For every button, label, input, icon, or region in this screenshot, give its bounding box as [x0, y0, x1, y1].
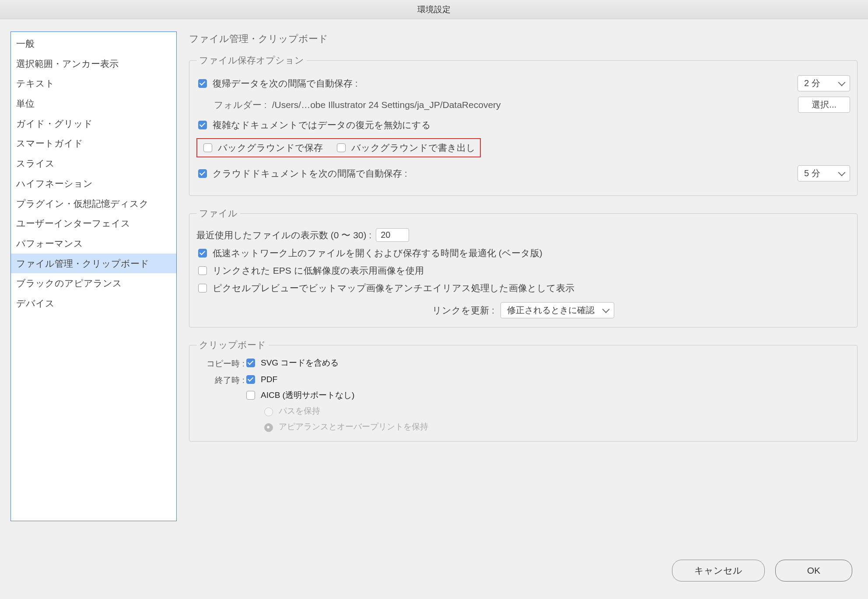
label-background-export: バックグラウンドで書き出し	[351, 142, 476, 154]
label-auto-save-recovery: 復帰データを次の間隔で自動保存 :	[213, 77, 358, 90]
label-preserve-appearance: アピアランスとオーバープリントを保持	[279, 421, 428, 432]
checkbox-aicb[interactable]	[246, 391, 255, 400]
sidebar-item-general[interactable]: 一般	[11, 34, 176, 54]
checkbox-background-save[interactable]	[203, 143, 212, 152]
choose-folder-button[interactable]: 選択...	[798, 97, 850, 113]
input-recent-files-count[interactable]	[376, 228, 409, 242]
checkbox-disable-recovery-complex[interactable]	[198, 121, 207, 129]
window-title: 環境設定	[417, 4, 451, 15]
sidebar-item-selection-anchor[interactable]: 選択範囲・アンカー表示	[11, 54, 176, 74]
label-cloud-auto-save: クラウドドキュメントを次の間隔で自動保存 :	[213, 167, 407, 180]
sidebar-item-units[interactable]: 単位	[11, 94, 176, 114]
sidebar-item-performance[interactable]: パフォーマンス	[11, 233, 176, 254]
radio-preserve-paths	[264, 407, 273, 416]
checkbox-include-svg[interactable]	[246, 359, 255, 367]
sidebar-item-hyphenation[interactable]: ハイフネーション	[11, 174, 176, 194]
sidebar-item-ui[interactable]: ユーザーインターフェイス	[11, 213, 176, 233]
sidebar-item-guides-grid[interactable]: ガイド・グリッド	[11, 114, 176, 134]
checkbox-pdf[interactable]	[246, 375, 255, 384]
select-auto-save-interval[interactable]: 2 分	[798, 75, 850, 91]
checkbox-optimize-slow-network[interactable]	[198, 249, 207, 258]
sidebar-item-file-clipboard[interactable]: ファイル管理・クリップボード	[11, 254, 176, 274]
label-on-quit: 終了時 :	[196, 374, 245, 386]
group-clipboard: クリップボード コピー時 : SVG コードを含める 終了時 : PDF	[189, 339, 858, 442]
folder-path-text: /Users/…obe Illustrator 24 Settings/ja_J…	[272, 100, 793, 110]
radio-preserve-appearance	[264, 423, 273, 432]
sidebar-item-slices[interactable]: スライス	[11, 153, 176, 174]
checkbox-background-export[interactable]	[337, 143, 346, 152]
label-pdf: PDF	[261, 375, 277, 384]
select-cloud-interval[interactable]: 5 分	[798, 165, 850, 181]
label-recent-files: 最近使用したファイルの表示数 (0 〜 30) :	[196, 229, 371, 241]
window-titlebar: 環境設定	[0, 0, 868, 19]
label-optimize-slow-network: 低速ネットワーク上のファイルを開くおよび保存する時間を最適化 (ベータ版)	[213, 247, 542, 259]
dialog-content: 一般 選択範囲・アンカー表示 テキスト 単位 ガイド・グリッド スマートガイド …	[0, 19, 868, 532]
sidebar-item-smart-guides[interactable]: スマートガイド	[11, 133, 176, 153]
checkbox-pixel-preview-antialias[interactable]	[198, 284, 207, 293]
panel-title: ファイル管理・クリップボード	[189, 32, 858, 45]
dialog-footer: キャンセル OK	[672, 560, 852, 582]
checkbox-auto-save-recovery[interactable]	[198, 79, 207, 88]
label-pixel-preview-antialias: ピクセルプレビューでビットマップ画像をアンチエイリアス処理した画像として表示	[213, 282, 574, 294]
label-folder: フォルダー :	[214, 99, 267, 111]
checkbox-eps-low-res[interactable]	[198, 266, 207, 275]
group-file: ファイル 最近使用したファイルの表示数 (0 〜 30) : 低速ネットワーク上…	[189, 207, 858, 327]
label-on-copy: コピー時 :	[196, 357, 245, 369]
label-background-save: バックグラウンドで保存	[218, 142, 323, 154]
sidebar-item-devices[interactable]: デバイス	[11, 293, 176, 313]
cancel-button[interactable]: キャンセル	[672, 560, 765, 582]
label-disable-recovery-complex: 複雑なドキュメントではデータの復元を無効にする	[213, 119, 431, 131]
group-clipboard-legend: クリップボード	[196, 339, 269, 351]
group-file-legend: ファイル	[196, 207, 240, 219]
label-preserve-paths: パスを保持	[279, 405, 320, 417]
group-file-save-legend: ファイル保存オプション	[196, 54, 307, 66]
select-link-update[interactable]: 修正されるときに確認	[500, 302, 614, 318]
main-panel: ファイル管理・クリップボード ファイル保存オプション 復帰データを次の間隔で自動…	[189, 31, 858, 521]
sidebar-item-black-appearance[interactable]: ブラックのアピアランス	[11, 273, 176, 293]
group-file-save-options: ファイル保存オプション 復帰データを次の間隔で自動保存 : 2 分 フォルダー …	[189, 54, 858, 196]
label-include-svg: SVG コードを含める	[261, 357, 339, 369]
checkbox-cloud-auto-save[interactable]	[198, 169, 207, 178]
preferences-sidebar[interactable]: 一般 選択範囲・アンカー表示 テキスト 単位 ガイド・グリッド スマートガイド …	[10, 31, 177, 521]
label-aicb: AICB (透明サポートなし)	[261, 390, 354, 401]
highlighted-annotation-box: バックグラウンドで保存 バックグラウンドで書き出し	[196, 138, 481, 157]
label-link-update: リンクを更新 :	[432, 304, 494, 317]
ok-button[interactable]: OK	[775, 560, 852, 582]
label-eps-low-res: リンクされた EPS に低解像度の表示用画像を使用	[213, 265, 424, 277]
sidebar-item-plugins-scratch[interactable]: プラグイン・仮想記憶ディスク	[11, 194, 176, 214]
sidebar-item-text[interactable]: テキスト	[11, 73, 176, 94]
